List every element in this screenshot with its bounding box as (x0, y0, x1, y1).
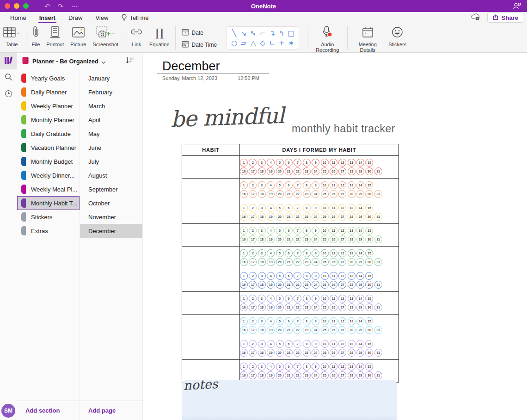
day-circle: 21 (285, 258, 293, 266)
plus-shape-icon[interactable]: + (278, 39, 286, 47)
shapes-gallery[interactable]: ╲↘↔⌐↴↰□○▱△◇∟+∗ (226, 26, 299, 49)
sidebar-section-yearly-goals[interactable]: Yearly Goals (17, 71, 80, 85)
add-section-button[interactable]: Add section (25, 407, 60, 414)
days-cell[interactable]: 1234567891011121314151617181920212223242… (240, 156, 399, 179)
sidebar-section-weekly-meal-pl[interactable]: Weekly Meal Pl... (17, 182, 80, 196)
more-options-icon[interactable]: ⋯ (72, 3, 78, 10)
days-cell[interactable]: 1234567891011121314151617181920212223242… (240, 224, 399, 247)
stickers-button[interactable]: Stickers (388, 25, 406, 47)
ellipse-shape-icon[interactable]: ○ (230, 39, 238, 47)
close-button[interactable] (5, 3, 10, 9)
habit-name-cell[interactable] (182, 156, 240, 179)
minimize-button[interactable] (14, 3, 19, 9)
page-item-march[interactable]: March (80, 99, 142, 113)
file-button[interactable]: File (32, 25, 40, 47)
habit-name-cell[interactable] (182, 179, 240, 201)
redo-icon[interactable]: ↷ (58, 3, 64, 10)
search-nav-button[interactable] (0, 69, 17, 86)
sidebar-section-stickers[interactable]: Stickers (17, 210, 80, 224)
sort-pages-icon[interactable] (126, 57, 134, 66)
page-item-april[interactable]: April (80, 113, 142, 127)
notebooks-nav-button[interactable] (0, 53, 17, 69)
section-label: Weekly Meal Pl... (31, 186, 77, 193)
habit-name-cell[interactable] (182, 269, 240, 292)
picture-button[interactable]: Picture (70, 25, 86, 47)
sidebar-section-weekly-planner[interactable]: Weekly Planner (17, 99, 80, 113)
account-avatar[interactable]: SM (1, 404, 15, 418)
share-button[interactable]: Share (487, 12, 523, 23)
page-item-june[interactable]: June (80, 141, 142, 154)
day-circle: 6 (285, 227, 293, 235)
meeting-details-button[interactable]: Meeting Details (353, 25, 382, 53)
axes-shape-icon[interactable]: ∟ (268, 39, 276, 47)
day-circle-line: 123456789101112131415 (240, 272, 398, 280)
day-circle: 9 (312, 181, 319, 189)
days-cell[interactable]: 1234567891011121314151617181920212223242… (240, 315, 399, 337)
habit-name-cell[interactable] (182, 201, 240, 224)
page-item-december[interactable]: December (80, 224, 142, 238)
triangle-shape-icon[interactable]: △ (249, 39, 257, 47)
diamond-shape-icon[interactable]: ◇ (259, 39, 267, 47)
days-cell[interactable]: 1234567891011121314151617181920212223242… (240, 201, 399, 224)
parallelogram-shape-icon[interactable]: ▱ (240, 39, 248, 47)
page-item-august[interactable]: August (80, 168, 142, 182)
arrow-shape-icon[interactable]: ↘ (240, 29, 248, 37)
habit-name-cell[interactable] (182, 247, 240, 269)
tab-insert[interactable]: Insert (33, 12, 62, 23)
page-item-october[interactable]: October (80, 196, 142, 210)
page-item-november[interactable]: November (80, 210, 142, 224)
page-canvas[interactable]: December Sunday, March 12, 2023 12:50 PM… (142, 53, 527, 420)
maximize-button[interactable] (23, 3, 29, 9)
sidebar-section-daily-gratitude[interactable]: Daily Gratitude (17, 127, 80, 141)
habit-name-cell[interactable] (182, 315, 240, 337)
page-item-july[interactable]: July (80, 154, 142, 168)
recent-nav-button[interactable] (0, 86, 17, 103)
days-cell[interactable]: 1234567891011121314151617181920212223242… (240, 269, 399, 292)
sidebar-section-monthly-habit-t[interactable]: Monthly Habit T... (17, 196, 80, 210)
printout-button[interactable]: Printout (46, 25, 64, 47)
screenshot-button[interactable]: ⌄ Screenshot (92, 25, 118, 47)
tab-tell-me[interactable]: Tell me (115, 12, 155, 23)
days-cell[interactable]: 1234567891011121314151617181920212223242… (240, 337, 399, 360)
page-item-may[interactable]: May (80, 127, 142, 141)
sidebar-section-monthly-budget[interactable]: Monthly Budget (17, 154, 80, 168)
asterisk-shape-icon[interactable]: ∗ (287, 39, 295, 47)
days-cell[interactable]: 1234567891011121314151617181920212223242… (240, 247, 399, 269)
sidebar-footer: Add section Add page (17, 401, 142, 420)
u-turn-arrow-shape-icon[interactable]: ↰ (278, 29, 286, 37)
date-time-button[interactable]: Date Time (182, 40, 217, 49)
date-button[interactable]: 7 Date (182, 28, 217, 37)
page-item-september[interactable]: September (80, 182, 142, 196)
habit-name-cell[interactable] (182, 292, 240, 315)
day-circle: 16 (240, 326, 248, 334)
tab-draw[interactable]: Draw (62, 12, 89, 23)
people-icon[interactable] (513, 2, 521, 11)
undo-icon[interactable]: ↶ (44, 3, 50, 10)
add-page-button[interactable]: Add page (88, 407, 116, 414)
page-item-january[interactable]: January (80, 71, 142, 85)
sidebar-section-extras[interactable]: Extras (17, 224, 80, 238)
days-cell[interactable]: 1234567891011121314151617181920212223242… (240, 179, 399, 201)
habit-name-cell[interactable] (182, 224, 240, 247)
days-cell[interactable]: 1234567891011121314151617181920212223242… (240, 360, 399, 383)
page-item-february[interactable]: February (80, 85, 142, 99)
square-shape-icon[interactable]: □ (287, 29, 295, 37)
sidebar-section-daily-planner[interactable]: Daily Planner (17, 85, 80, 99)
corner-shape-icon[interactable]: ⌐ (259, 29, 267, 37)
double-arrow-shape-icon[interactable]: ↔ (247, 27, 259, 39)
table-button[interactable]: ⌄ Table (3, 25, 20, 47)
sidebar-section-monthly-planner[interactable]: Monthly Planner (17, 113, 80, 127)
sidebar-section-vacation-planner[interactable]: Vacation Planner (17, 141, 80, 154)
corner-arrow-shape-icon[interactable]: ↴ (268, 29, 276, 37)
line-shape-icon[interactable]: ╲ (230, 29, 238, 37)
sidebar-section-weekly-dinner[interactable]: Weekly Dinner... (17, 168, 80, 182)
equation-button[interactable]: ∏ Equation (149, 25, 169, 47)
tab-home[interactable]: Home (4, 12, 33, 23)
page-title[interactable]: December (162, 59, 220, 74)
audio-recording-button[interactable]: Audio Recording (313, 25, 342, 53)
link-button[interactable]: Link (130, 25, 143, 47)
tab-view[interactable]: View (89, 12, 115, 23)
habit-name-cell[interactable] (182, 337, 240, 360)
days-cell[interactable]: 1234567891011121314151617181920212223242… (240, 292, 399, 315)
notebook-header[interactable]: Planner - Be Organized (17, 53, 142, 69)
